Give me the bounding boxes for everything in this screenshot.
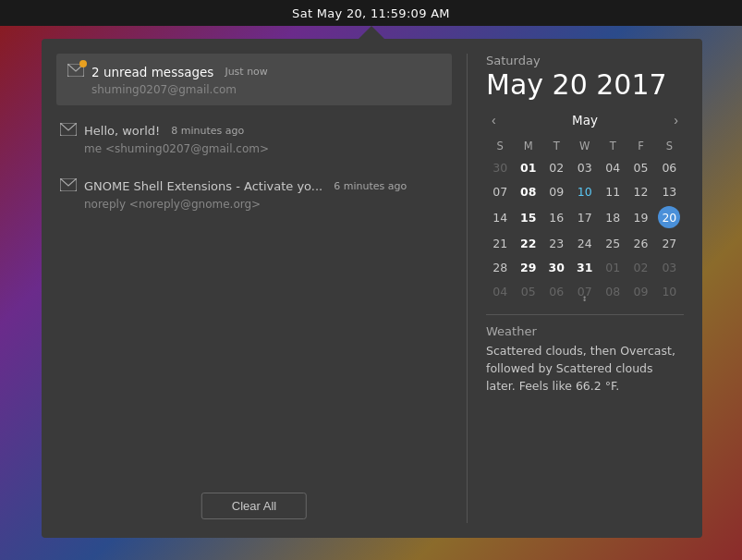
- calendar-nav: ‹ May ›: [486, 111, 684, 129]
- cal-day[interactable]: 05: [514, 279, 542, 303]
- weekday-t1: T: [542, 137, 571, 155]
- weather-title: Weather: [486, 324, 684, 338]
- calendar-week-4: 21 22 23 24 25 26 27: [486, 231, 684, 255]
- today-indicator: 20: [658, 206, 680, 228]
- calendar-weekdays-row: S M T W T F S: [486, 137, 684, 155]
- weekday-t2: T: [599, 137, 626, 155]
- cal-day[interactable]: 03: [570, 155, 599, 179]
- cal-day[interactable]: 06: [542, 279, 571, 303]
- notification-calendar-panel: 2 unread messages Just now shuming0207@g…: [42, 39, 702, 538]
- clock-display: Sat May 20, 11:59:09 AM: [292, 6, 450, 20]
- cal-day[interactable]: 01: [514, 155, 542, 179]
- notifications-panel: 2 unread messages Just now shuming0207@g…: [42, 39, 467, 538]
- weekday-f: F: [626, 137, 654, 155]
- cal-day[interactable]: 22: [514, 231, 542, 255]
- cal-day[interactable]: 02: [626, 255, 654, 279]
- cal-day[interactable]: 10: [655, 279, 684, 303]
- cal-day[interactable]: 09: [626, 279, 654, 303]
- cal-day[interactable]: 30: [542, 255, 571, 279]
- calendar-grid: S M T W T F S 30 01 02 03 04 05: [486, 137, 684, 303]
- cal-day[interactable]: 30: [486, 155, 514, 179]
- top-bar: Sat May 20, 11:59:09 AM: [0, 0, 742, 26]
- cal-day[interactable]: 29: [514, 255, 542, 279]
- calendar-week-3: 14 15 16 17 18 19 20: [486, 203, 684, 231]
- cal-day[interactable]: 08: [599, 279, 626, 303]
- calendar-panel: Saturday May 20 2017 ‹ May › S M T W T F…: [468, 39, 702, 538]
- mail-icon-2: [60, 122, 77, 140]
- cal-day[interactable]: 08: [514, 179, 542, 203]
- calendar-week-5: 28 29 30 31 01 02 03: [486, 255, 684, 279]
- cal-day[interactable]: 04: [486, 279, 514, 303]
- cal-day[interactable]: 21: [486, 231, 514, 255]
- weather-description: Scattered clouds, then Overcast, followe…: [486, 343, 684, 395]
- cal-day[interactable]: 27: [655, 231, 684, 255]
- cal-day[interactable]: 09: [542, 179, 571, 203]
- cal-day[interactable]: 23: [542, 231, 571, 255]
- cal-day-today[interactable]: 20: [655, 203, 684, 231]
- next-month-button[interactable]: ›: [668, 111, 684, 129]
- cal-day[interactable]: 26: [626, 231, 654, 255]
- cal-day[interactable]: 14: [486, 203, 514, 231]
- panel-caret: [359, 26, 384, 39]
- unread-badge: [79, 60, 87, 67]
- cal-day[interactable]: 02: [542, 155, 571, 179]
- cal-day[interactable]: 25: [599, 231, 626, 255]
- calendar-full-date: May 20 2017: [486, 69, 684, 100]
- notification-subtitle-3: noreply <noreply@gnome.org>: [60, 198, 448, 211]
- prev-month-button[interactable]: ‹: [486, 111, 502, 129]
- clear-all-button[interactable]: Clear All: [201, 493, 307, 519]
- notification-time: Just now: [225, 66, 267, 78]
- cal-day[interactable]: 11: [599, 179, 626, 203]
- calendar-week-1: 30 01 02 03 04 05 06: [486, 155, 684, 179]
- calendar-week-6: 04 05 06 07• 08 09 10: [486, 279, 684, 303]
- cal-day[interactable]: 06: [655, 155, 684, 179]
- notification-hello-world[interactable]: Hello, world! 8 minutes ago me <shuming0…: [56, 113, 452, 164]
- notification-time-3: 6 minutes ago: [334, 180, 407, 192]
- cal-day[interactable]: 07: [486, 179, 514, 203]
- weather-section: Weather Scattered clouds, then Overcast,…: [486, 314, 684, 395]
- cal-day[interactable]: 10: [570, 179, 599, 203]
- cal-day[interactable]: 28: [486, 255, 514, 279]
- cal-day[interactable]: 07•: [570, 279, 599, 303]
- cal-day[interactable]: 17: [570, 203, 599, 231]
- notification-subtitle-2: me <shuming0207@gmail.com>: [60, 142, 448, 155]
- weekday-w: W: [570, 137, 599, 155]
- mail-unread-icon: [67, 63, 84, 80]
- notification-unread-messages[interactable]: 2 unread messages Just now shuming0207@g…: [56, 54, 452, 105]
- cal-day[interactable]: 24: [570, 231, 599, 255]
- notification-title-3: GNOME Shell Extensions - Activate yo...: [84, 179, 322, 193]
- calendar-day-name: Saturday: [486, 54, 684, 67]
- cal-day[interactable]: 01: [599, 255, 626, 279]
- weekday-s1: S: [486, 137, 514, 155]
- cal-day[interactable]: 19: [626, 203, 654, 231]
- calendar-month-label: May: [572, 113, 598, 128]
- notification-gnome-extensions[interactable]: GNOME Shell Extensions - Activate yo... …: [56, 168, 452, 220]
- cal-day[interactable]: 04: [599, 155, 626, 179]
- cal-day[interactable]: 13: [655, 179, 684, 203]
- cal-day[interactable]: 03: [655, 255, 684, 279]
- notification-title-2: Hello, world!: [84, 124, 160, 138]
- cal-day[interactable]: 18: [599, 203, 626, 231]
- notification-subtitle: shuming0207@gmail.com: [67, 83, 441, 96]
- calendar-week-2: 07 08 09 10 11 12 13: [486, 179, 684, 203]
- weekday-m: M: [514, 137, 542, 155]
- cal-day[interactable]: 31: [570, 255, 599, 279]
- weekday-s2: S: [655, 137, 684, 155]
- mail-icon-3: [60, 177, 77, 195]
- notification-title: 2 unread messages: [91, 65, 213, 79]
- cal-day[interactable]: 12: [626, 179, 654, 203]
- cal-day[interactable]: 05: [626, 155, 654, 179]
- cal-day[interactable]: 15: [514, 203, 542, 231]
- cal-day[interactable]: 16: [542, 203, 571, 231]
- notification-time-2: 8 minutes ago: [171, 125, 244, 137]
